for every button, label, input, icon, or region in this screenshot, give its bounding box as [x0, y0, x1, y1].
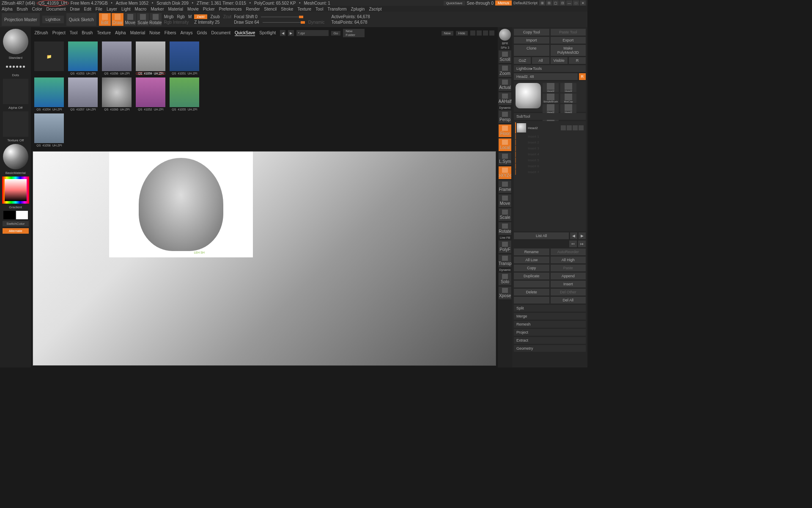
floor-button[interactable]: Floor [499, 124, 511, 137]
scale-button[interactable]: Scale [499, 208, 511, 221]
tool-palette[interactable]: Head2SimpleBrushHead2PolyMesh3DHead2MatC… [514, 81, 586, 112]
quicksave-item[interactable]: QS_41056_UH.ZPI [101, 41, 132, 75]
visible-button[interactable]: Visible [551, 57, 568, 64]
menu-stencil[interactable]: Stencil [264, 7, 277, 11]
aahalf-button[interactable]: AAHalf [499, 92, 511, 105]
texture-thumbnail[interactable] [3, 111, 28, 137]
zcut-button[interactable]: Zcut [223, 14, 231, 19]
menu-document[interactable]: Document [47, 7, 66, 11]
menu-texture[interactable]: Texture [297, 7, 311, 11]
brush-thumbnail[interactable] [3, 29, 28, 54]
menu-edit[interactable]: Edit [84, 7, 91, 11]
menu-color[interactable]: Color [32, 7, 42, 11]
quicksave-item[interactable]: QS_41052_UH.ZPI [135, 77, 166, 111]
stroke-thumbnail[interactable] [3, 61, 28, 72]
zadd-button[interactable]: Zadd [194, 14, 207, 19]
list-all-button[interactable]: List All [514, 232, 569, 239]
z-intensity-slider[interactable]: Z Intensity 25 [194, 20, 231, 25]
zoom-button[interactable]: Zoom [499, 64, 511, 77]
move-button[interactable]: Move [499, 194, 511, 207]
maximize-button[interactable]: □ [573, 0, 579, 6]
tool-item[interactable]: Head2 [543, 83, 559, 92]
del-all-button[interactable]: Del All [551, 297, 586, 304]
rgb-toggle[interactable]: Rgb [177, 14, 185, 19]
mrgb-toggle[interactable]: Mrgb [164, 14, 174, 19]
extract-section[interactable]: Extract [514, 337, 586, 344]
empty-button[interactable] [514, 297, 549, 304]
default-zscript[interactable]: DefaultZScript [513, 1, 538, 5]
window-btn[interactable]: ⊞ [539, 0, 545, 6]
new-button[interactable]: New [442, 31, 453, 36]
copy-button[interactable]: Copy [514, 265, 549, 271]
window-btn[interactable]: ▢ [553, 0, 559, 6]
menu-file[interactable]: File [96, 7, 102, 11]
clone-button[interactable]: Clone [514, 45, 549, 56]
secondary-color[interactable] [3, 211, 15, 219]
go-button[interactable]: Go [331, 31, 341, 36]
next-button[interactable]: ▶ [288, 30, 294, 36]
view-mode-icon[interactable] [470, 30, 475, 36]
slider-track[interactable] [263, 22, 305, 23]
menu-stroke[interactable]: Stroke [281, 7, 293, 11]
menu-transform[interactable]: Transform [327, 7, 346, 11]
view-mode-icon[interactable] [483, 30, 488, 36]
subtool-slot[interactable]: Insert 5 [515, 157, 584, 163]
menu-layer[interactable]: Layer [107, 7, 117, 11]
menu-picker[interactable]: Picker [203, 7, 215, 11]
tab-project[interactable]: Project [52, 30, 66, 36]
tab-grids[interactable]: Grids [197, 30, 207, 36]
subtool-item[interactable]: Head2 [515, 122, 584, 133]
slider-track[interactable] [261, 17, 303, 17]
tab-document[interactable]: Document [211, 30, 230, 36]
append-button[interactable]: Append [551, 273, 586, 279]
scale-button[interactable]: Scale [137, 13, 149, 26]
m-toggle[interactable]: M [188, 14, 192, 19]
view-mode-icon[interactable] [489, 30, 494, 36]
r-button[interactable]: R [579, 73, 586, 80]
rotate-button[interactable]: Rotate [150, 13, 162, 26]
viewport[interactable]: LEH SH [33, 151, 496, 366]
all-high-button[interactable]: All High [551, 257, 586, 263]
all-low-button[interactable]: All Low [514, 257, 549, 263]
subtool-slot[interactable]: Insert 1 [515, 134, 584, 139]
copy-tool-button[interactable]: Copy Tool [514, 29, 549, 36]
subtool-slot[interactable]: Insert 4 [515, 152, 584, 157]
subtool-slot[interactable]: Insert 6 [515, 163, 584, 169]
quicksave-item[interactable]: QS_41058_UH.ZPI [33, 113, 65, 147]
split-section[interactable]: Split [514, 305, 586, 312]
quicksave-item[interactable]: QS_41051_UH.ZPI [169, 41, 200, 75]
menu-material[interactable]: Material [168, 7, 184, 11]
tool-item[interactable]: SimpleBrush [543, 94, 559, 103]
draw-size-slider[interactable]: Draw Size 64 [234, 20, 259, 25]
switch-color-button[interactable]: SwitchColor [3, 221, 29, 226]
spix-slider[interactable]: SPix 3 [501, 46, 509, 49]
menu-preferences[interactable]: Preferences [219, 7, 242, 11]
transp-button[interactable]: Transp [499, 254, 511, 267]
menu-brush[interactable]: Brush [17, 7, 28, 11]
menu-movie[interactable]: Movie [187, 7, 199, 11]
edit-button[interactable]: Edit [99, 13, 111, 26]
quicksave-item[interactable]: QS_41060_UH.ZPI [101, 77, 132, 111]
seethrough-slider[interactable]: See-through 0 [467, 1, 494, 6]
draw-button[interactable]: Draw [112, 13, 123, 26]
bpr-button[interactable] [499, 29, 511, 41]
merge-section[interactable]: Merge [514, 313, 586, 320]
tool-item[interactable]: MatCap [560, 94, 576, 103]
menu-light[interactable]: Light [121, 7, 131, 11]
project-section[interactable]: Project [514, 329, 586, 336]
goz-button[interactable]: GoZ [514, 57, 531, 64]
empty-button[interactable] [514, 281, 549, 287]
geometry-section[interactable]: Geometry [514, 345, 586, 352]
remesh-section[interactable]: Remesh [514, 321, 586, 328]
material-thumbnail[interactable] [3, 144, 28, 169]
solo-button[interactable]: Solo [499, 273, 511, 285]
polyf-button[interactable]: PolyF [499, 240, 511, 253]
insert-button[interactable]: Insert [551, 281, 586, 287]
nav-button[interactable]: ▶ [579, 232, 586, 239]
tab-material[interactable]: Material [130, 30, 145, 36]
nav-button[interactable]: ◀ [570, 232, 577, 239]
tab-alpha[interactable]: Alpha [115, 30, 126, 36]
subtool-slot[interactable]: Insert 2 [515, 140, 584, 145]
active-tool[interactable] [516, 83, 541, 108]
delete-button[interactable]: Delete [514, 289, 549, 295]
